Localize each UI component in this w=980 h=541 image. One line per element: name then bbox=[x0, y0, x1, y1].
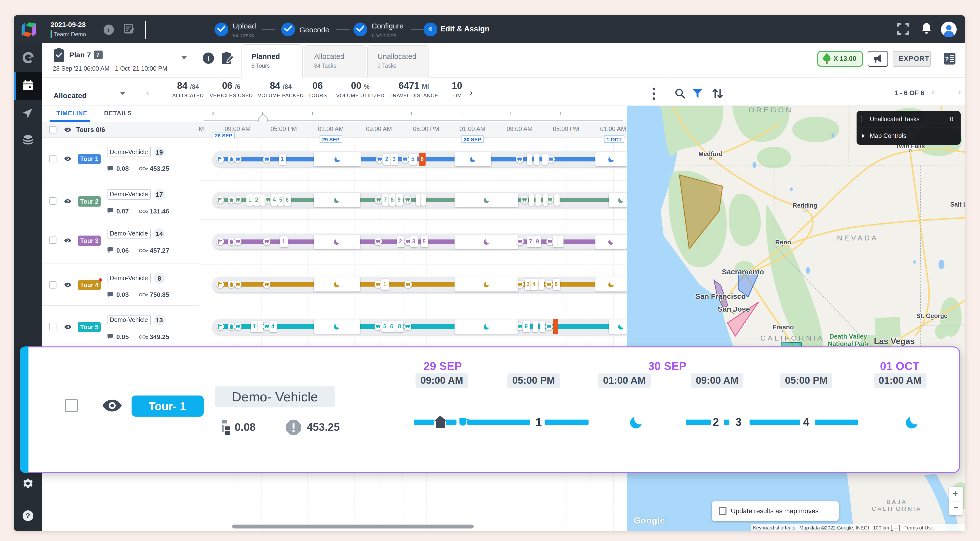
svg-text:?: ? bbox=[945, 56, 949, 63]
svg-text:?: ? bbox=[26, 512, 30, 520]
